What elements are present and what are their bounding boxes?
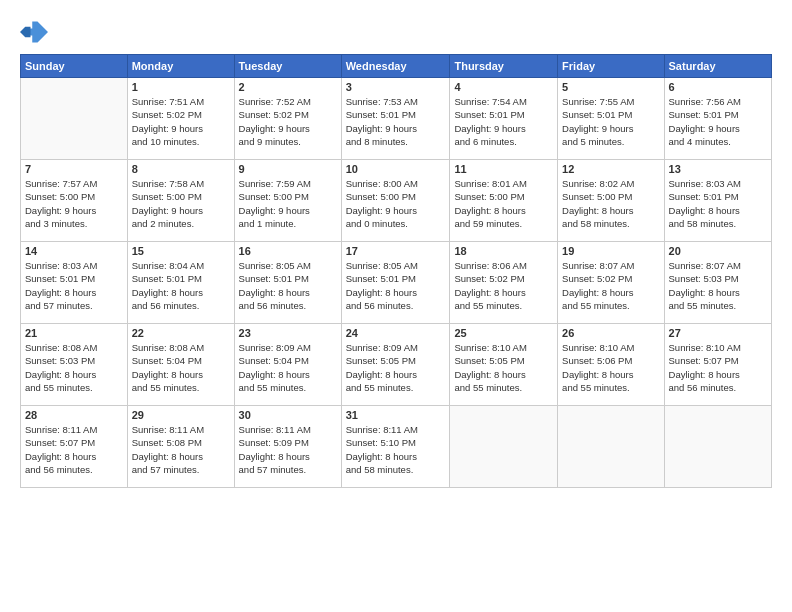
day-cell: 18Sunrise: 8:06 AM Sunset: 5:02 PM Dayli… <box>450 242 558 324</box>
day-cell: 17Sunrise: 8:05 AM Sunset: 5:01 PM Dayli… <box>341 242 450 324</box>
day-cell: 26Sunrise: 8:10 AM Sunset: 5:06 PM Dayli… <box>558 324 664 406</box>
day-number: 17 <box>346 245 446 257</box>
day-cell: 5Sunrise: 7:55 AM Sunset: 5:01 PM Daylig… <box>558 78 664 160</box>
day-info: Sunrise: 8:08 AM Sunset: 5:04 PM Dayligh… <box>132 341 230 394</box>
day-info: Sunrise: 8:11 AM Sunset: 5:09 PM Dayligh… <box>239 423 337 476</box>
day-cell: 12Sunrise: 8:02 AM Sunset: 5:00 PM Dayli… <box>558 160 664 242</box>
day-number: 21 <box>25 327 123 339</box>
day-info: Sunrise: 8:03 AM Sunset: 5:01 PM Dayligh… <box>25 259 123 312</box>
day-number: 1 <box>132 81 230 93</box>
day-number: 5 <box>562 81 659 93</box>
day-cell: 27Sunrise: 8:10 AM Sunset: 5:07 PM Dayli… <box>664 324 771 406</box>
day-info: Sunrise: 8:11 AM Sunset: 5:10 PM Dayligh… <box>346 423 446 476</box>
day-number: 14 <box>25 245 123 257</box>
day-info: Sunrise: 8:09 AM Sunset: 5:04 PM Dayligh… <box>239 341 337 394</box>
day-info: Sunrise: 8:00 AM Sunset: 5:00 PM Dayligh… <box>346 177 446 230</box>
day-number: 18 <box>454 245 553 257</box>
weekday-header-thursday: Thursday <box>450 55 558 78</box>
day-info: Sunrise: 7:52 AM Sunset: 5:02 PM Dayligh… <box>239 95 337 148</box>
day-info: Sunrise: 7:54 AM Sunset: 5:01 PM Dayligh… <box>454 95 553 148</box>
day-cell: 4Sunrise: 7:54 AM Sunset: 5:01 PM Daylig… <box>450 78 558 160</box>
day-info: Sunrise: 8:11 AM Sunset: 5:08 PM Dayligh… <box>132 423 230 476</box>
day-info: Sunrise: 8:03 AM Sunset: 5:01 PM Dayligh… <box>669 177 767 230</box>
day-cell: 22Sunrise: 8:08 AM Sunset: 5:04 PM Dayli… <box>127 324 234 406</box>
week-row-4: 21Sunrise: 8:08 AM Sunset: 5:03 PM Dayli… <box>21 324 772 406</box>
day-info: Sunrise: 7:57 AM Sunset: 5:00 PM Dayligh… <box>25 177 123 230</box>
week-row-5: 28Sunrise: 8:11 AM Sunset: 5:07 PM Dayli… <box>21 406 772 488</box>
day-cell: 29Sunrise: 8:11 AM Sunset: 5:08 PM Dayli… <box>127 406 234 488</box>
week-row-1: 1Sunrise: 7:51 AM Sunset: 5:02 PM Daylig… <box>21 78 772 160</box>
day-cell: 21Sunrise: 8:08 AM Sunset: 5:03 PM Dayli… <box>21 324 128 406</box>
day-cell: 24Sunrise: 8:09 AM Sunset: 5:05 PM Dayli… <box>341 324 450 406</box>
day-number: 9 <box>239 163 337 175</box>
day-cell: 3Sunrise: 7:53 AM Sunset: 5:01 PM Daylig… <box>341 78 450 160</box>
day-info: Sunrise: 8:01 AM Sunset: 5:00 PM Dayligh… <box>454 177 553 230</box>
day-cell: 10Sunrise: 8:00 AM Sunset: 5:00 PM Dayli… <box>341 160 450 242</box>
calendar-table: SundayMondayTuesdayWednesdayThursdayFrid… <box>20 54 772 488</box>
day-info: Sunrise: 8:04 AM Sunset: 5:01 PM Dayligh… <box>132 259 230 312</box>
weekday-header-monday: Monday <box>127 55 234 78</box>
day-cell <box>664 406 771 488</box>
day-cell: 19Sunrise: 8:07 AM Sunset: 5:02 PM Dayli… <box>558 242 664 324</box>
logo-icon <box>20 18 48 46</box>
day-info: Sunrise: 7:56 AM Sunset: 5:01 PM Dayligh… <box>669 95 767 148</box>
day-info: Sunrise: 8:05 AM Sunset: 5:01 PM Dayligh… <box>346 259 446 312</box>
day-info: Sunrise: 8:06 AM Sunset: 5:02 PM Dayligh… <box>454 259 553 312</box>
page: SundayMondayTuesdayWednesdayThursdayFrid… <box>0 0 792 612</box>
day-cell: 8Sunrise: 7:58 AM Sunset: 5:00 PM Daylig… <box>127 160 234 242</box>
day-info: Sunrise: 8:08 AM Sunset: 5:03 PM Dayligh… <box>25 341 123 394</box>
day-number: 23 <box>239 327 337 339</box>
day-cell: 25Sunrise: 8:10 AM Sunset: 5:05 PM Dayli… <box>450 324 558 406</box>
header <box>20 18 772 46</box>
day-number: 11 <box>454 163 553 175</box>
day-number: 27 <box>669 327 767 339</box>
day-number: 7 <box>25 163 123 175</box>
day-info: Sunrise: 8:07 AM Sunset: 5:02 PM Dayligh… <box>562 259 659 312</box>
day-number: 28 <box>25 409 123 421</box>
day-info: Sunrise: 7:58 AM Sunset: 5:00 PM Dayligh… <box>132 177 230 230</box>
day-number: 26 <box>562 327 659 339</box>
day-number: 4 <box>454 81 553 93</box>
day-info: Sunrise: 7:59 AM Sunset: 5:00 PM Dayligh… <box>239 177 337 230</box>
weekday-header-row: SundayMondayTuesdayWednesdayThursdayFrid… <box>21 55 772 78</box>
day-info: Sunrise: 8:02 AM Sunset: 5:00 PM Dayligh… <box>562 177 659 230</box>
day-cell: 6Sunrise: 7:56 AM Sunset: 5:01 PM Daylig… <box>664 78 771 160</box>
day-number: 20 <box>669 245 767 257</box>
day-number: 2 <box>239 81 337 93</box>
day-info: Sunrise: 8:07 AM Sunset: 5:03 PM Dayligh… <box>669 259 767 312</box>
day-info: Sunrise: 7:51 AM Sunset: 5:02 PM Dayligh… <box>132 95 230 148</box>
day-info: Sunrise: 7:55 AM Sunset: 5:01 PM Dayligh… <box>562 95 659 148</box>
day-cell: 16Sunrise: 8:05 AM Sunset: 5:01 PM Dayli… <box>234 242 341 324</box>
day-cell: 20Sunrise: 8:07 AM Sunset: 5:03 PM Dayli… <box>664 242 771 324</box>
day-cell: 13Sunrise: 8:03 AM Sunset: 5:01 PM Dayli… <box>664 160 771 242</box>
logo <box>20 18 52 46</box>
week-row-2: 7Sunrise: 7:57 AM Sunset: 5:00 PM Daylig… <box>21 160 772 242</box>
svg-marker-1 <box>20 27 31 38</box>
day-info: Sunrise: 8:10 AM Sunset: 5:06 PM Dayligh… <box>562 341 659 394</box>
weekday-header-tuesday: Tuesday <box>234 55 341 78</box>
day-cell: 14Sunrise: 8:03 AM Sunset: 5:01 PM Dayli… <box>21 242 128 324</box>
day-number: 29 <box>132 409 230 421</box>
day-info: Sunrise: 8:09 AM Sunset: 5:05 PM Dayligh… <box>346 341 446 394</box>
day-info: Sunrise: 7:53 AM Sunset: 5:01 PM Dayligh… <box>346 95 446 148</box>
day-cell: 9Sunrise: 7:59 AM Sunset: 5:00 PM Daylig… <box>234 160 341 242</box>
weekday-header-sunday: Sunday <box>21 55 128 78</box>
day-number: 6 <box>669 81 767 93</box>
day-cell <box>558 406 664 488</box>
day-cell: 11Sunrise: 8:01 AM Sunset: 5:00 PM Dayli… <box>450 160 558 242</box>
day-cell: 30Sunrise: 8:11 AM Sunset: 5:09 PM Dayli… <box>234 406 341 488</box>
day-info: Sunrise: 8:11 AM Sunset: 5:07 PM Dayligh… <box>25 423 123 476</box>
day-cell: 31Sunrise: 8:11 AM Sunset: 5:10 PM Dayli… <box>341 406 450 488</box>
weekday-header-friday: Friday <box>558 55 664 78</box>
day-cell <box>450 406 558 488</box>
day-number: 31 <box>346 409 446 421</box>
day-number: 10 <box>346 163 446 175</box>
day-number: 8 <box>132 163 230 175</box>
weekday-header-saturday: Saturday <box>664 55 771 78</box>
day-cell: 7Sunrise: 7:57 AM Sunset: 5:00 PM Daylig… <box>21 160 128 242</box>
day-number: 24 <box>346 327 446 339</box>
day-number: 22 <box>132 327 230 339</box>
week-row-3: 14Sunrise: 8:03 AM Sunset: 5:01 PM Dayli… <box>21 242 772 324</box>
day-info: Sunrise: 8:10 AM Sunset: 5:07 PM Dayligh… <box>669 341 767 394</box>
day-info: Sunrise: 8:10 AM Sunset: 5:05 PM Dayligh… <box>454 341 553 394</box>
